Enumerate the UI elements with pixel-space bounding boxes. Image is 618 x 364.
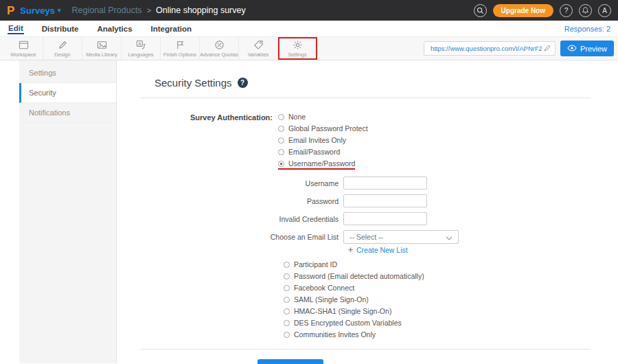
radio-option[interactable]: Email Invites Only bbox=[278, 136, 346, 145]
toolbar-item-label: Settings bbox=[288, 52, 306, 58]
security-form: Survey Authentication: None Global Passw… bbox=[154, 98, 591, 364]
title-row: Security Settings ? bbox=[154, 77, 591, 89]
avatar[interactable]: A bbox=[598, 4, 611, 17]
radio-button-icon[interactable] bbox=[284, 273, 290, 280]
responses-count[interactable]: Responses: 2 bbox=[564, 25, 610, 33]
toolbar-item-workspace[interactable]: Workspace bbox=[4, 37, 43, 60]
save-changes-button[interactable]: Save Changes bbox=[258, 359, 323, 364]
design-icon bbox=[58, 40, 68, 50]
topbar: P Surveys ▾ Regional Products > Online s… bbox=[0, 0, 618, 21]
password-input[interactable] bbox=[343, 194, 427, 207]
variables-icon bbox=[253, 40, 264, 50]
create-new-list-link[interactable]: + Create New List bbox=[348, 246, 408, 254]
radio-option[interactable]: HMAC-SHA1 (Single Sign-On) bbox=[284, 307, 391, 316]
radio-option[interactable]: None bbox=[278, 113, 306, 122]
radio-option[interactable]: Password (Email detected automatically) bbox=[284, 272, 424, 281]
sidebar-item-security[interactable]: Security bbox=[19, 83, 116, 103]
search-icon[interactable] bbox=[474, 4, 487, 17]
radio-option-label: Password (Email detected automatically) bbox=[294, 272, 424, 280]
left-gutter bbox=[0, 60, 19, 363]
radio-button-icon[interactable] bbox=[278, 161, 284, 167]
toolbar-item-label: Languages bbox=[128, 52, 153, 58]
toolbar-item-advance-quotas[interactable]: Advance Quotas bbox=[200, 37, 239, 60]
radio-button-icon[interactable] bbox=[278, 114, 284, 120]
radio-option[interactable]: Facebook Connect bbox=[284, 284, 354, 293]
toolbar-item-label: Variables bbox=[248, 52, 269, 58]
radio-option[interactable]: SAML (Single Sign-On) bbox=[284, 295, 369, 304]
main-area: Settings Security Notifications Security… bbox=[0, 60, 618, 363]
toolbar-item-finish-options[interactable]: Finish Options bbox=[161, 37, 200, 60]
radio-button-icon[interactable] bbox=[278, 149, 284, 155]
email-list-select[interactable]: -- Select -- bbox=[343, 230, 459, 244]
radio-option[interactable]: Communities Invites Only bbox=[284, 330, 376, 339]
radio-button-icon[interactable] bbox=[284, 297, 290, 303]
page-title: Security Settings bbox=[154, 77, 232, 89]
username-label: Username bbox=[154, 179, 343, 187]
upgrade-now-button[interactable]: Upgrade Now bbox=[493, 4, 553, 17]
invalid-credentials-input[interactable] bbox=[343, 212, 427, 225]
radio-option[interactable]: Global Password Protect bbox=[278, 124, 368, 133]
radio-option-label: Communities Invites Only bbox=[294, 330, 376, 339]
username-input[interactable] bbox=[343, 177, 427, 190]
notifications-bell-icon[interactable] bbox=[579, 4, 592, 17]
toolbar-item-media-library[interactable]: Media Library bbox=[82, 37, 122, 60]
breadcrumb-separator: > bbox=[147, 6, 151, 14]
radio-button-icon[interactable] bbox=[278, 137, 284, 144]
toolbar-item-label: Advance Quotas bbox=[200, 52, 238, 58]
breadcrumb-survey-title: Online shopping survey bbox=[156, 5, 246, 15]
tab-edit[interactable]: Edit bbox=[8, 23, 24, 34]
auth-options-primary: None Global Password Protect Email Invit… bbox=[278, 113, 368, 170]
password-row: Password bbox=[154, 194, 591, 207]
radio-option-label: Facebook Connect bbox=[294, 284, 354, 292]
help-icon[interactable]: ? bbox=[238, 78, 248, 88]
radio-button-icon[interactable] bbox=[284, 308, 290, 315]
radio-button-icon[interactable] bbox=[284, 320, 290, 326]
questionpro-logo[interactable]: P bbox=[7, 5, 14, 16]
create-new-list-label: Create New List bbox=[356, 246, 408, 254]
preview-button[interactable]: Preview bbox=[560, 41, 614, 56]
radio-option[interactable]: DES Encrypted Custom Variables bbox=[284, 319, 402, 328]
languages-icon: A bbox=[136, 40, 146, 50]
email-list-row: Choose an Email List -- Select -- bbox=[154, 230, 591, 244]
sidebar-item-settings[interactable]: Settings bbox=[19, 63, 116, 83]
toolbar-item-languages[interactable]: A Languages bbox=[122, 37, 161, 60]
help-icon[interactable]: ? bbox=[560, 4, 573, 17]
radio-button-icon[interactable] bbox=[284, 285, 290, 291]
tab-distribute[interactable]: Distribute bbox=[41, 23, 80, 34]
toolbar-item-design[interactable]: Design bbox=[43, 37, 82, 60]
radio-button-icon[interactable] bbox=[284, 332, 290, 338]
tab-integration[interactable]: Integration bbox=[150, 23, 192, 34]
toolbar-item-label: Design bbox=[54, 52, 70, 58]
radio-option[interactable]: Username/Password bbox=[278, 159, 355, 170]
security-settings-panel: Security Settings ? Survey Authenticatio… bbox=[117, 60, 618, 363]
radio-button-icon[interactable] bbox=[278, 126, 284, 132]
surveys-menu-label: Surveys bbox=[20, 5, 55, 16]
auth-options-secondary: Participant ID Password (Email detected … bbox=[284, 260, 591, 339]
survey-url-input[interactable] bbox=[429, 44, 543, 53]
survey-authentication-label: Survey Authentication: bbox=[154, 113, 278, 170]
chevron-down-icon bbox=[446, 231, 453, 243]
password-label: Password bbox=[154, 197, 343, 205]
radio-option-label: SAML (Single Sign-On) bbox=[294, 295, 369, 304]
sidebar-item-notifications[interactable]: Notifications bbox=[19, 103, 116, 123]
toolbar-item-settings[interactable]: Settings bbox=[278, 37, 317, 60]
topbar-actions: Upgrade Now ? A bbox=[474, 4, 611, 17]
toolbar-item-label: Workspace bbox=[10, 52, 36, 58]
email-list-selected-value: -- Select -- bbox=[350, 233, 383, 241]
credential-fields: Username Password Invalid Credentials Ch… bbox=[154, 177, 591, 244]
tab-analytics[interactable]: Analytics bbox=[96, 23, 133, 34]
svg-text:A: A bbox=[138, 41, 141, 45]
edit-url-pencil-icon[interactable] bbox=[543, 43, 551, 55]
toolbar-item-label: Media Library bbox=[86, 52, 117, 58]
toolbar-item-variables[interactable]: Variables bbox=[239, 37, 278, 60]
radio-option-label: Username/Password bbox=[288, 159, 355, 168]
radio-option[interactable]: Participant ID bbox=[284, 260, 337, 269]
surveys-menu[interactable]: Surveys ▾ bbox=[20, 5, 60, 16]
eye-icon bbox=[567, 45, 577, 53]
breadcrumb-folder[interactable]: Regional Products bbox=[71, 5, 141, 15]
save-row: Save Changes bbox=[258, 359, 591, 364]
radio-option[interactable]: Email/Password bbox=[278, 148, 340, 157]
radio-button-icon[interactable] bbox=[284, 262, 290, 268]
invalid-credentials-row: Invalid Credentials bbox=[154, 212, 591, 225]
primary-nav: Edit Distribute Analytics Integration Re… bbox=[0, 21, 618, 36]
